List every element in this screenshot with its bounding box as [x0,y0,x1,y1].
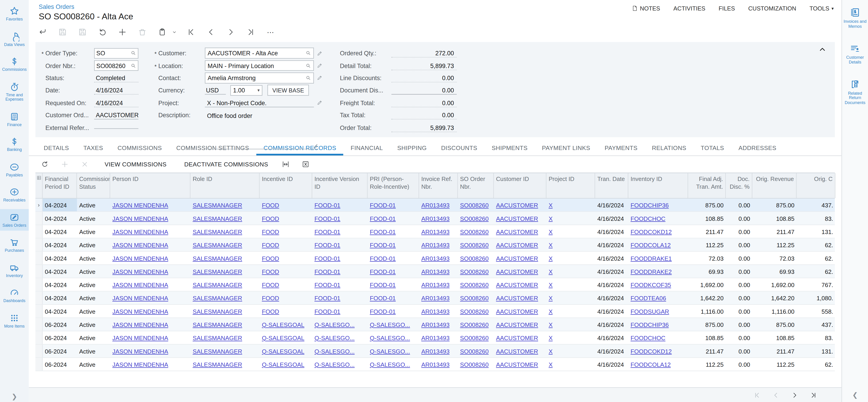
sidebar-item-data-views[interactable]: Data Views [0,28,29,50]
cell-link-incver[interactable]: FOOD-01 [314,308,340,314]
table-row[interactable]: 04-2024ActiveJASON MENDENHASALESMANAGERF… [35,305,835,318]
next-record-button[interactable] [224,26,238,39]
row-selector[interactable] [35,292,43,304]
cell-link-role[interactable]: SALESMANAGER [193,308,242,314]
deactivate-commissions-button[interactable]: DEACTIVATE COMMISSIONS [178,161,274,168]
top-menu-tools[interactable]: TOOLS▾ [809,5,834,11]
cell-link-role[interactable]: SALESMANAGER [193,295,242,301]
previous-record-button[interactable] [204,26,218,39]
cell-link-so[interactable]: SO008260 [460,228,489,235]
cell-link-person[interactable]: JASON MENDENHA [112,308,168,314]
sidebar-item-payables[interactable]: Payables [0,159,29,180]
column-header-customer[interactable]: Customer ID [494,173,547,198]
side-panel-related-return-documents[interactable]: Related Return Documents [842,79,868,106]
currency-rate-select[interactable]: 1.00▾ [230,85,262,96]
export-excel-button[interactable] [300,158,312,170]
last-record-button[interactable] [244,26,257,39]
column-header-so[interactable]: SO Order Nbr. [458,173,494,198]
sidebar-expand-chevron-icon[interactable]: ❯ [0,393,29,400]
grid-delete-row-button[interactable] [79,158,91,170]
cell-link-incentive[interactable]: Q-SALESGOAL [262,361,304,368]
field-value[interactable]: 4/16/2024 [94,86,138,95]
selected-row-chevron-icon[interactable]: › [35,199,43,211]
right-panel-collapse-chevron-icon[interactable]: ❮ [842,391,868,399]
cell-link-incver[interactable]: FOOD-01 [314,255,340,261]
cell-link-pri[interactable]: FOOD-01 [370,255,396,261]
pager-first-button[interactable] [752,390,762,400]
cell-link-customer[interactable]: AACUSTOMER [496,321,538,328]
sidebar-item-favorites[interactable]: Favorites [0,3,29,25]
sidebar-item-sales-orders[interactable]: Sales Orders [0,209,29,231]
cell-link-so[interactable]: SO008260 [460,241,489,248]
cell-link-pri[interactable]: FOOD-01 [370,215,396,222]
column-header-origrev[interactable]: Orig. Revenue [752,173,797,198]
cell-link-incver[interactable]: FOOD-01 [314,281,340,288]
cell-link-customer[interactable]: AACUSTOMER [496,347,538,354]
cell-link-incentive[interactable]: FOOD [262,268,279,274]
cell-link-pri[interactable]: FOOD-01 [370,228,396,235]
top-menu-notes[interactable]: NOTES [631,5,660,11]
tab-taxes[interactable]: TAXES [76,144,110,156]
sidebar-item-finance[interactable]: Finance [0,108,29,130]
cell-link-role[interactable]: SALESMANAGER [193,228,242,235]
cell-link-pri[interactable]: FOOD-01 [370,281,396,288]
column-header-finaladj[interactable]: Final Adj. Tran. Amt. [688,173,725,198]
tab-payments[interactable]: PAYMENTS [597,144,645,156]
top-menu-activities[interactable]: ACTIVITIES [674,5,705,11]
cell-link-incver[interactable]: Q-SALESGO... [314,361,354,368]
table-row[interactable]: 06-2024ActiveJASON MENDENHASALESMANAGERQ… [35,345,835,358]
column-header-trandate[interactable]: Tran. Date [595,173,628,198]
column-header-inventory[interactable]: Inventory ID [628,173,688,198]
top-menu-files[interactable]: FILES [718,5,735,11]
row-selector[interactable] [35,212,43,225]
cell-link-project[interactable]: X [549,268,553,274]
cell-link-project[interactable]: X [549,361,553,368]
cell-link-customer[interactable]: AACUSTOMER [496,295,538,301]
grid-add-row-button[interactable] [59,158,71,170]
tab-totals[interactable]: TOTALS [693,144,731,156]
cell-link-role[interactable]: SALESMANAGER [193,255,242,261]
breadcrumb[interactable]: Sales Orders [39,3,74,10]
row-selector[interactable] [35,252,43,265]
cell-link-so[interactable]: SO008260 [460,347,489,354]
cell-link-inventory[interactable]: FOODCHIP36 [630,321,669,328]
cell-link-incentive[interactable]: FOOD [262,228,279,235]
cell-link-invoice[interactable]: AR013493 [421,255,450,261]
sidebar-item-dashboards[interactable]: Dashboards [0,284,29,306]
cell-link-inventory[interactable]: FOODDRAKE1 [630,255,672,261]
cell-link-inventory[interactable]: FOODCHOC [630,334,665,341]
currency-code[interactable]: USD [205,86,226,95]
cell-link-inventory[interactable]: FOODCHIP36 [630,202,669,208]
description-textarea[interactable] [207,142,318,149]
cell-link-project[interactable]: X [549,255,553,261]
cell-link-incentive[interactable]: Q-SALESGOAL [262,347,304,354]
sidebar-item-time-and-expenses[interactable]: Time and Expenses [0,78,29,105]
refresh-button[interactable] [39,158,51,170]
cell-link-project[interactable]: X [549,308,553,314]
cell-link-invoice[interactable]: AR013493 [421,202,450,208]
cell-link-role[interactable]: SALESMANAGER [193,215,242,222]
cell-link-person[interactable]: JASON MENDENHA [112,334,168,341]
cell-link-person[interactable]: JASON MENDENHA [112,255,168,261]
cell-link-incentive[interactable]: FOOD [262,281,279,288]
row-selector[interactable] [35,318,43,331]
column-header-docdisc[interactable]: Doc. Disc. % [726,173,752,198]
column-header-role[interactable]: Role ID [190,173,260,198]
tab-addresses[interactable]: ADDRESSES [731,144,783,156]
cell-link-so[interactable]: SO008260 [460,308,489,314]
cell-link-customer[interactable]: AACUSTOMER [496,308,538,314]
cell-link-pri[interactable]: Q-SALESGO... [370,321,410,328]
row-selector[interactable] [35,238,43,251]
cell-link-so[interactable]: SO008260 [460,334,489,341]
cell-link-project[interactable]: X [549,215,553,222]
field-value[interactable]: AACUSTOMER [94,111,138,120]
cell-link-role[interactable]: SALESMANAGER [193,347,242,354]
cell-link-person[interactable]: JASON MENDENHA [112,202,168,208]
cell-link-incver[interactable]: FOOD-01 [314,215,340,222]
copy-paste-button[interactable] [156,26,169,39]
cell-link-invoice[interactable]: AR013493 [421,295,450,301]
cell-link-person[interactable]: JASON MENDENHA [112,347,168,354]
cell-link-person[interactable]: JASON MENDENHA [112,268,168,274]
cell-link-person[interactable]: JASON MENDENHA [112,295,168,301]
cell-link-inventory[interactable]: FOODCOLA12 [630,361,671,368]
